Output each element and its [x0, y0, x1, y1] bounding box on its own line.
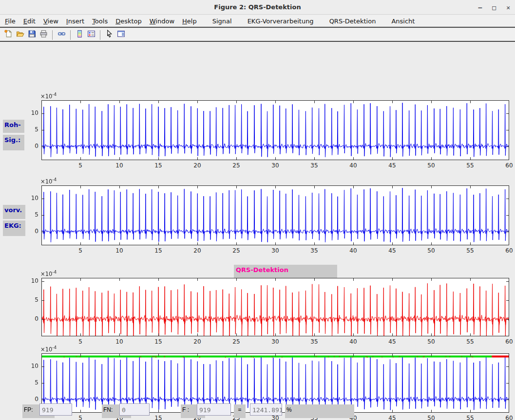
- label-vorv: vorv.: [3, 205, 25, 219]
- x-tick-label: 45: [388, 415, 396, 420]
- y-tick-label: 5: [28, 211, 38, 218]
- y-axis-exponent-label: ×10-4: [40, 270, 57, 277]
- open-file-button[interactable]: [14, 30, 26, 40]
- y-tick-label: 5: [28, 379, 38, 386]
- figure-window: Figure 2: QRS-Detektion – □ ✕ FileEditVi…: [0, 0, 515, 420]
- figure-canvas-area: Roh- Sig.: vorv. EKG: QRS-Detektion 5101…: [0, 42, 515, 397]
- menu-help[interactable]: Help: [178, 18, 201, 25]
- x-tick-label: 35: [310, 338, 318, 345]
- property-editor-button[interactable]: [115, 30, 127, 40]
- x-tick-label: 30: [271, 338, 279, 345]
- x-tick-label: 55: [466, 338, 474, 345]
- roh-signal-axes[interactable]: [41, 100, 509, 160]
- x-tick-label: 15: [154, 162, 162, 169]
- new-figure-icon: [4, 30, 13, 40]
- open-file-icon: [16, 30, 24, 40]
- equals-label: =: [234, 404, 246, 418]
- link-plot-icon: [57, 30, 66, 40]
- menubar: FileEditViewInsertToolsDesktopWindowHelp…: [0, 15, 515, 28]
- x-tick-label: 25: [232, 338, 240, 345]
- x-tick-label: 10: [115, 162, 123, 169]
- y-tick-label: 10: [28, 110, 38, 116]
- insert-legend-button[interactable]: [85, 30, 97, 40]
- menu-tools[interactable]: Tools: [88, 18, 112, 25]
- x-tick-label: 5: [78, 338, 82, 345]
- edit-plot-icon: [105, 30, 114, 40]
- label-ekg: EKG:: [3, 220, 25, 236]
- y-axis-exponent-label: ×10-4: [40, 345, 57, 353]
- new-figure-button[interactable]: [2, 30, 14, 40]
- y-tick-label: 0: [28, 315, 38, 322]
- x-tick-label: 15: [154, 247, 162, 254]
- vorv-ekg-axes[interactable]: [41, 185, 509, 245]
- x-tick-label: 25: [232, 162, 240, 169]
- f-field[interactable]: [197, 403, 231, 416]
- menu-edit[interactable]: Edit: [19, 18, 39, 25]
- ratio-field[interactable]: [250, 403, 282, 416]
- menu-signal[interactable]: Signal: [209, 18, 236, 25]
- menu-qrs-detektion[interactable]: QRS-Detektion: [325, 18, 380, 25]
- y-tick-label: 0: [28, 396, 38, 402]
- edit-plot-button[interactable]: [103, 30, 115, 40]
- x-tick-label: 20: [193, 162, 201, 169]
- x-tick-label: 45: [388, 338, 396, 345]
- x-tick-label: 5: [78, 247, 82, 254]
- label-roh: Roh-: [3, 120, 24, 133]
- window-title: Figure 2: QRS-Detektion: [0, 3, 515, 11]
- x-tick-label: 40: [349, 338, 357, 345]
- minimize-button[interactable]: –: [478, 4, 482, 11]
- menu-ansicht[interactable]: Ansicht: [387, 18, 419, 25]
- plot3-title: QRS-Detektion: [234, 265, 337, 278]
- menu-window[interactable]: Window: [146, 18, 178, 25]
- fn-field[interactable]: [119, 403, 150, 416]
- fp-field[interactable]: [39, 403, 72, 416]
- toolbar-separator: [52, 30, 53, 40]
- x-tick-label: 35: [310, 247, 318, 254]
- x-tick-label: 40: [349, 162, 357, 169]
- link-plot-button[interactable]: [56, 30, 67, 40]
- qrs-detektion-axes[interactable]: [41, 278, 509, 336]
- x-tick-label: 50: [427, 162, 435, 169]
- y-tick-label: 10: [28, 363, 38, 369]
- save-figure-icon: [28, 30, 36, 40]
- percent-label: %: [285, 404, 354, 418]
- y-axis-exponent-label: ×10-4: [40, 177, 57, 185]
- x-tick-label: 15: [154, 415, 162, 420]
- insert-colorbar-button[interactable]: [74, 30, 85, 40]
- x-tick-label: 55: [466, 162, 474, 169]
- menu-ekg-vorverarbeitung[interactable]: EKG-Vorverarbeitung: [244, 18, 318, 25]
- print-figure-icon: [39, 30, 48, 40]
- y-axis-exponent-label: ×10-4: [40, 92, 57, 100]
- x-tick-label: 55: [466, 415, 474, 420]
- x-tick-label: 60: [505, 247, 513, 254]
- x-tick-label: 25: [232, 247, 240, 254]
- label-sig: Sig.:: [3, 135, 24, 150]
- x-tick-label: 50: [427, 415, 435, 420]
- titlebar: Figure 2: QRS-Detektion – □ ✕: [0, 0, 515, 15]
- x-tick-label: 40: [349, 247, 357, 254]
- maximize-button[interactable]: □: [492, 4, 496, 11]
- x-tick-label: 30: [271, 162, 279, 169]
- y-tick-label: 10: [28, 277, 38, 284]
- menu-desktop[interactable]: Desktop: [112, 18, 146, 25]
- print-figure-button[interactable]: [38, 30, 49, 40]
- close-button[interactable]: ✕: [506, 4, 510, 11]
- menu-file[interactable]: File: [1, 18, 19, 25]
- x-tick-label: 5: [78, 162, 82, 169]
- x-tick-label: 10: [115, 247, 123, 254]
- x-tick-label: 60: [505, 338, 513, 345]
- x-tick-label: 5: [78, 415, 82, 420]
- x-tick-label: 15: [154, 338, 162, 345]
- menu-view[interactable]: View: [39, 18, 62, 25]
- y-tick-label: 0: [28, 143, 38, 149]
- x-tick-label: 20: [193, 247, 201, 254]
- x-tick-label: 45: [388, 247, 396, 254]
- x-tick-label: 10: [115, 338, 123, 345]
- x-tick-label: 50: [427, 338, 435, 345]
- y-tick-label: 0: [28, 228, 38, 235]
- save-figure-button[interactable]: [26, 30, 38, 40]
- x-tick-label: 60: [505, 162, 513, 169]
- menu-insert[interactable]: Insert: [62, 18, 88, 25]
- x-tick-label: 55: [466, 247, 474, 254]
- y-tick-label: 5: [28, 126, 38, 133]
